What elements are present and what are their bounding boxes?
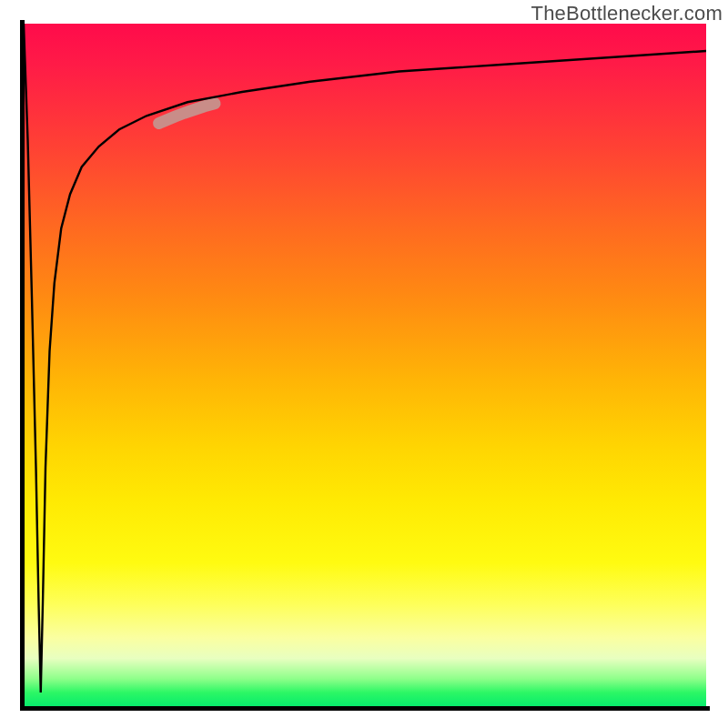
watermark-text: TheBottlenecker.com bbox=[531, 2, 723, 25]
chart-container: TheBottlenecker.com bbox=[0, 0, 728, 728]
curve-svg bbox=[24, 24, 706, 706]
axis-bottom-frame bbox=[20, 706, 710, 711]
highlight-segment bbox=[159, 104, 216, 124]
axis-left-frame bbox=[20, 20, 25, 710]
plot-area bbox=[24, 24, 706, 706]
bottleneck-curve bbox=[24, 24, 706, 693]
